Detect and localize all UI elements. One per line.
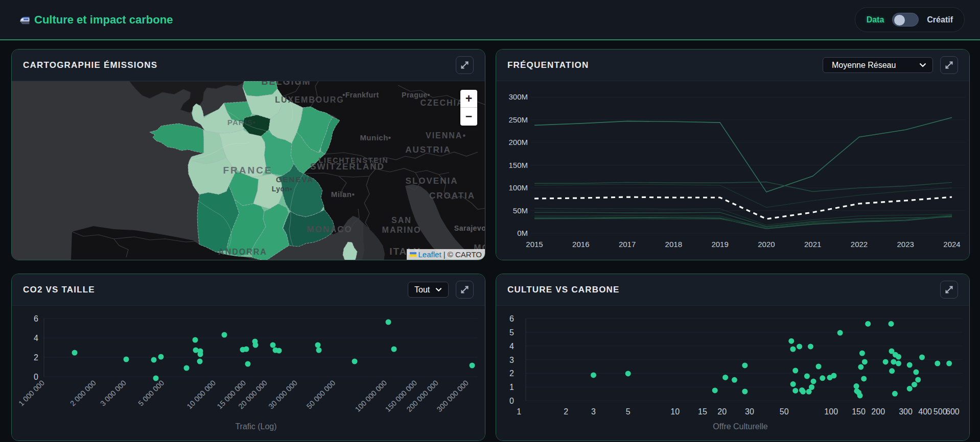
svg-text:0: 0 <box>34 373 38 381</box>
svg-text:100 000 000: 100 000 000 <box>354 379 388 413</box>
svg-text:Prague•: Prague• <box>402 91 430 99</box>
svg-text:50: 50 <box>780 407 789 416</box>
svg-text:10 000 000: 10 000 000 <box>185 379 217 411</box>
svg-text:PARIS•: PARIS• <box>227 118 256 127</box>
svg-text:GENEVA: GENEVA <box>276 175 314 184</box>
svg-text:5: 5 <box>626 407 631 416</box>
svg-text:100: 100 <box>824 407 838 416</box>
svg-text:50M: 50M <box>513 206 528 215</box>
svg-text:ANDORRA: ANDORRA <box>218 248 267 256</box>
svg-text:LUXEMBOURG: LUXEMBOURG <box>275 95 344 104</box>
svg-text:0M: 0M <box>517 229 528 237</box>
svg-text:4: 4 <box>34 334 38 342</box>
svg-text:30 000 000: 30 000 000 <box>267 379 299 411</box>
svg-text:3: 3 <box>509 356 514 364</box>
svg-text:CROATIA: CROATIA <box>429 191 475 201</box>
svg-text:500: 500 <box>934 407 947 416</box>
svg-text:20: 20 <box>717 407 727 416</box>
svg-text:200M: 200M <box>508 138 528 146</box>
svg-text:BELGIUM: BELGIUM <box>262 81 311 87</box>
svg-text:2024: 2024 <box>943 240 960 249</box>
svg-text:200: 200 <box>871 407 885 416</box>
svg-text:2: 2 <box>564 407 568 416</box>
svg-text:400: 400 <box>918 407 932 416</box>
svg-text:1: 1 <box>509 383 514 391</box>
svg-text:1 000 000: 1 000 000 <box>17 379 46 408</box>
svg-text:150M: 150M <box>508 161 528 169</box>
svg-text:10: 10 <box>670 407 680 416</box>
svg-text:0: 0 <box>509 397 514 405</box>
svg-text:50 000 000: 50 000 000 <box>305 379 337 411</box>
svg-text:5 000 000: 5 000 000 <box>136 379 166 408</box>
svg-text:SAN: SAN <box>391 216 412 225</box>
svg-text:Milan▪: Milan▪ <box>331 190 355 199</box>
svg-text:600: 600 <box>946 407 960 416</box>
svg-text:SWITZERLAND: SWITZERLAND <box>310 162 385 171</box>
svg-text:6: 6 <box>509 314 514 323</box>
svg-text:1: 1 <box>517 407 521 416</box>
svg-text:2020: 2020 <box>758 240 775 249</box>
svg-text:6: 6 <box>34 314 38 323</box>
svg-text:Offre Culturelle: Offre Culturelle <box>713 422 767 431</box>
svg-text:Munich•: Munich• <box>360 133 391 142</box>
svg-text:2015: 2015 <box>526 240 543 249</box>
svg-text:AUSTRIA: AUSTRIA <box>405 145 451 155</box>
svg-text:15: 15 <box>698 407 707 416</box>
svg-text:2016: 2016 <box>572 240 589 249</box>
svg-text:Lyon▪: Lyon▪ <box>272 185 292 193</box>
svg-text:2: 2 <box>509 369 514 378</box>
svg-text:2: 2 <box>34 353 38 362</box>
svg-text:CZECHIA: CZECHIA <box>420 99 463 107</box>
svg-text:VIENNA•: VIENNA• <box>426 131 466 140</box>
svg-text:2021: 2021 <box>804 240 821 249</box>
svg-text:MONACO: MONACO <box>307 225 352 234</box>
svg-text:2023: 2023 <box>897 240 914 249</box>
svg-text:Sarajevo: Sarajevo <box>454 224 485 232</box>
svg-text:30: 30 <box>745 407 754 416</box>
svg-text:4: 4 <box>509 342 514 351</box>
svg-text:•Frankfurt: •Frankfurt <box>342 91 379 99</box>
svg-text:Trafic (Log): Trafic (Log) <box>235 422 276 431</box>
svg-text:5: 5 <box>509 328 514 337</box>
svg-text:250M: 250M <box>508 115 528 124</box>
svg-text:SLOVENIA: SLOVENIA <box>406 176 458 186</box>
svg-text:FRANCE: FRANCE <box>223 165 272 176</box>
svg-text:2 000 000: 2 000 000 <box>68 379 98 408</box>
svg-text:2017: 2017 <box>619 240 636 249</box>
svg-text:100M: 100M <box>508 183 528 192</box>
svg-text:2022: 2022 <box>851 240 868 249</box>
svg-text:150: 150 <box>852 407 866 416</box>
svg-text:300M: 300M <box>508 92 528 101</box>
svg-text:300 000 000: 300 000 000 <box>435 379 470 413</box>
svg-text:3 000 000: 3 000 000 <box>99 379 128 408</box>
svg-text:MARINO: MARINO <box>382 226 422 234</box>
svg-text:3: 3 <box>591 407 596 416</box>
svg-text:300: 300 <box>899 407 913 416</box>
svg-text:2018: 2018 <box>665 240 682 249</box>
svg-text:2019: 2019 <box>711 240 728 249</box>
